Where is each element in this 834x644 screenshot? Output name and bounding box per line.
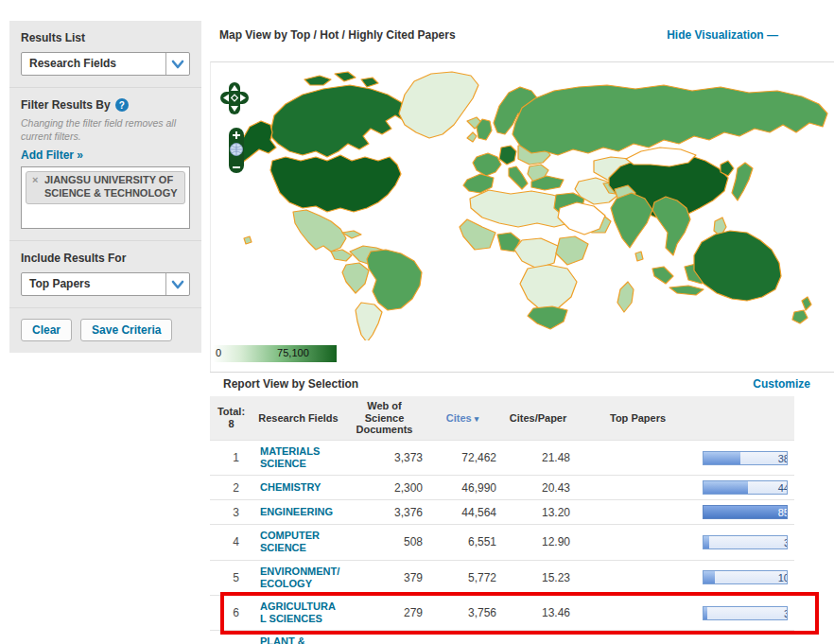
region-new-zealand[interactable] bbox=[802, 297, 811, 310]
region-australia[interactable] bbox=[694, 231, 781, 301]
hide-visualization-link[interactable]: Hide Visualization — bbox=[667, 28, 778, 42]
table-row: 4 COMPUTER SCIENCE 508 6,551 12.90 3 bbox=[210, 525, 794, 560]
region-mongolia[interactable] bbox=[626, 148, 696, 166]
table-row: 2 CHEMISTRY 2,300 46,990 20.43 44 bbox=[210, 476, 794, 500]
top-papers-bar-fill bbox=[704, 571, 715, 583]
region-central-africa[interactable] bbox=[514, 238, 558, 269]
header-top-papers[interactable]: Top Papers bbox=[576, 396, 794, 440]
world-map[interactable] bbox=[229, 66, 834, 340]
chevron-down-icon[interactable] bbox=[165, 273, 189, 295]
row-rank: 5 bbox=[210, 560, 252, 595]
region-arctic-islands[interactable] bbox=[361, 78, 378, 87]
region-java[interactable] bbox=[669, 286, 704, 295]
row-field-link[interactable]: ENVIRONMENT/ECOLOGY bbox=[260, 566, 340, 590]
region-peru[interactable] bbox=[342, 263, 369, 293]
region-ireland[interactable] bbox=[467, 132, 477, 142]
row-rank: 4 bbox=[210, 525, 252, 560]
region-saudi-arabia[interactable] bbox=[558, 202, 605, 235]
customize-link[interactable]: Customize bbox=[753, 377, 810, 391]
region-new-zealand[interactable] bbox=[792, 310, 808, 323]
region-brazil[interactable] bbox=[367, 250, 422, 310]
row-cites: 3,350 bbox=[425, 631, 500, 644]
row-field-link[interactable]: COMPUTER SCIENCE bbox=[260, 530, 340, 554]
region-east-africa[interactable] bbox=[556, 236, 588, 265]
region-usa[interactable] bbox=[270, 155, 401, 212]
header-total: Total:8 bbox=[210, 396, 252, 440]
row-docs: 417 bbox=[344, 631, 425, 644]
region-germany[interactable] bbox=[499, 146, 516, 165]
row-docs: 2,300 bbox=[344, 476, 425, 500]
region-central-america[interactable] bbox=[331, 250, 352, 261]
region-argentina[interactable] bbox=[356, 303, 382, 340]
map-pan-control[interactable] bbox=[219, 81, 250, 115]
report-table-body: 1 MATERIALS SCIENCE 3,373 72,462 21.48 3… bbox=[210, 440, 794, 644]
top-papers-bar-fill bbox=[704, 452, 740, 464]
remove-filter-icon[interactable]: × bbox=[32, 174, 38, 187]
filter-tag-label: JIANGSU UNIVERSITY OF SCIENCE & TECHNOLO… bbox=[44, 174, 178, 199]
row-field-link[interactable]: CHEMISTRY bbox=[260, 481, 340, 494]
region-japan[interactable] bbox=[732, 163, 753, 200]
region-korea[interactable] bbox=[721, 161, 734, 176]
region-madagascar[interactable] bbox=[617, 282, 634, 312]
include-results-dropdown[interactable]: Top Papers bbox=[21, 272, 190, 296]
filter-tag[interactable]: × JIANGSU UNIVERSITY OF SCIENCE & TECHNO… bbox=[26, 171, 185, 204]
region-south-africa[interactable] bbox=[528, 306, 567, 329]
top-papers-value: 85 bbox=[778, 506, 788, 519]
filter-heading: Filter Results By bbox=[21, 98, 111, 112]
region-southern-africa[interactable] bbox=[520, 265, 577, 310]
region-canada[interactable] bbox=[270, 85, 414, 157]
table-row: 1 MATERIALS SCIENCE 3,373 72,462 21.48 3… bbox=[210, 440, 794, 475]
help-icon[interactable]: ? bbox=[115, 98, 129, 112]
row-cites-per-paper: 15.23 bbox=[500, 560, 576, 595]
filter-section: Filter Results By ? Changing the filter … bbox=[9, 88, 201, 241]
map-view-title: Map View by Top / Hot / Highly Cited Pap… bbox=[210, 28, 456, 42]
region-arctic-islands[interactable] bbox=[304, 76, 331, 85]
region-italy[interactable] bbox=[509, 166, 528, 189]
header-wos-documents[interactable]: Web of Science Documents bbox=[344, 396, 425, 440]
row-cites: 5,772 bbox=[425, 560, 500, 595]
row-field-link[interactable]: MATERIALS SCIENCE bbox=[260, 445, 340, 470]
header-cites[interactable]: Cites ▾ bbox=[425, 396, 500, 440]
region-greenland[interactable] bbox=[399, 72, 478, 138]
top-papers-bar-fill bbox=[704, 481, 748, 494]
row-rank: 1 bbox=[210, 440, 252, 475]
region-west-africa[interactable] bbox=[460, 219, 495, 250]
header-cites-per-paper[interactable]: Cites/Paper bbox=[500, 396, 576, 440]
save-criteria-button[interactable]: Save Criteria bbox=[80, 319, 172, 341]
region-india[interactable] bbox=[611, 193, 652, 248]
region-france[interactable] bbox=[473, 153, 501, 176]
add-filter-link[interactable]: Add Filter » bbox=[21, 148, 83, 162]
results-list-dropdown[interactable]: Research Fields bbox=[21, 52, 190, 76]
sidebar: Results List Research Fields Filter Resu… bbox=[9, 21, 201, 353]
row-cites: 72,462 bbox=[425, 440, 500, 475]
region-sri-lanka[interactable] bbox=[635, 252, 643, 261]
region-sumatra[interactable] bbox=[652, 267, 673, 284]
row-rank: 7 bbox=[210, 631, 252, 644]
region-hawaii[interactable] bbox=[244, 236, 252, 244]
top-papers-bar-fill bbox=[704, 536, 709, 548]
row-docs: 279 bbox=[344, 596, 425, 631]
clear-button[interactable]: Clear bbox=[21, 319, 72, 341]
row-cites-per-paper: 13.46 bbox=[500, 596, 576, 631]
report-title: Report View by Selection bbox=[210, 377, 358, 391]
page: Results List Research Fields Filter Resu… bbox=[0, 0, 834, 644]
top-papers-value: 10 bbox=[778, 571, 788, 584]
top-papers-bar: 44 bbox=[703, 480, 788, 495]
include-results-section: Include Results For Top Papers bbox=[9, 241, 201, 308]
region-arctic-islands[interactable] bbox=[335, 72, 356, 81]
table-row: 7 PLANT & ANIMAL SCIENCE 417 3,350 8.03 … bbox=[210, 631, 794, 644]
sort-desc-icon: ▾ bbox=[475, 414, 479, 424]
header-research-fields: Research Fields bbox=[252, 396, 344, 440]
region-mexico[interactable] bbox=[293, 210, 346, 252]
row-field-link[interactable]: ENGINEERING bbox=[260, 506, 340, 518]
region-russia[interactable] bbox=[513, 85, 827, 155]
table-row: 6 AGRICULTURAL SCIENCES 279 3,756 13.46 … bbox=[210, 596, 794, 631]
row-field-link[interactable]: PLANT & ANIMAL SCIENCE bbox=[260, 635, 340, 644]
map-zoom-control[interactable] bbox=[228, 127, 245, 174]
row-field-link[interactable]: AGRICULTURAL SCIENCES bbox=[260, 600, 340, 625]
chevron-down-icon[interactable] bbox=[165, 53, 189, 75]
row-docs: 379 bbox=[344, 560, 425, 595]
top-papers-value: 3 bbox=[784, 607, 788, 620]
table-row: 5 ENVIRONMENT/ECOLOGY 379 5,772 15.23 10 bbox=[210, 560, 794, 595]
include-results-label: Include Results For bbox=[21, 252, 190, 265]
